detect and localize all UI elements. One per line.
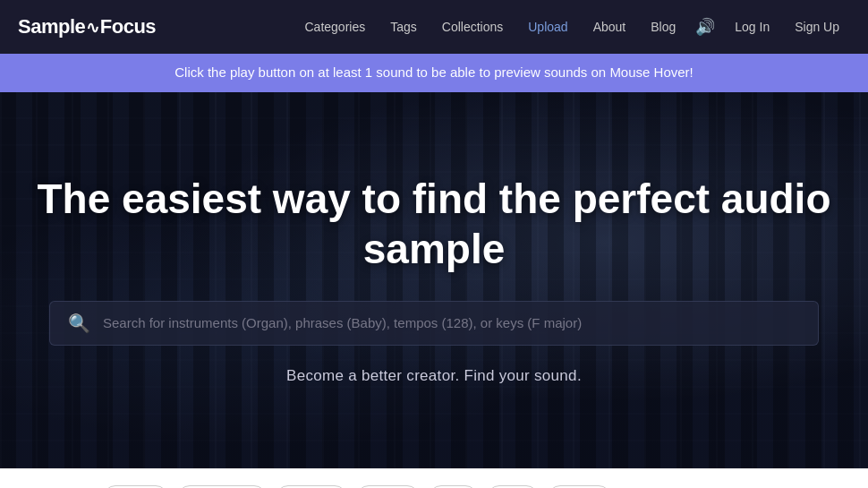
nav-links: Categories Tags Collections Upload About…	[294, 10, 850, 44]
search-icon: 🔍	[68, 312, 90, 334]
signup-link[interactable]: Sign Up	[784, 13, 850, 41]
nav-blog[interactable]: Blog	[640, 13, 686, 41]
notification-banner: Click the play button on at least 1 soun…	[0, 54, 868, 92]
genre-trap[interactable]: Trap	[487, 485, 539, 489]
logo-text: Sample∿Focus	[18, 15, 156, 39]
navbar: Sample∿Focus Categories Tags Collections…	[0, 0, 868, 54]
hero-title: The easiest way to find the perfect audi…	[36, 175, 832, 273]
hero-content: The easiest way to find the perfect audi…	[0, 175, 868, 384]
search-input[interactable]	[103, 315, 800, 330]
logo[interactable]: Sample∿Focus	[18, 15, 156, 39]
logo-wave-icon: ∿	[86, 18, 99, 38]
nav-tags[interactable]: Tags	[379, 13, 428, 41]
hero-title-line1: The easiest way to find the perfect audi…	[38, 176, 831, 222]
nav-upload[interactable]: Upload	[517, 13, 578, 41]
login-link[interactable]: Log In	[724, 13, 780, 41]
genre-hip-hop[interactable]: Hip Hop	[276, 485, 348, 489]
nav-categories[interactable]: Categories	[294, 13, 376, 41]
genre-house[interactable]: House	[356, 485, 419, 489]
banner-text: Click the play button on at least 1 soun…	[174, 64, 694, 80]
hero-section: The easiest way to find the perfect audi…	[0, 92, 868, 468]
hero-subtitle: Become a better creator. Find your sound…	[36, 367, 832, 385]
nav-collections[interactable]: Collections	[431, 13, 514, 41]
genre-drum-bass[interactable]: Drum Bass	[177, 485, 266, 489]
search-bar: 🔍	[49, 301, 819, 346]
genre-vocals[interactable]: Vocals	[548, 485, 611, 489]
logo-right: Focus	[100, 15, 156, 38]
genre-pop[interactable]: Pop	[429, 485, 478, 489]
genre-breaks[interactable]: Breaks	[103, 485, 169, 489]
hero-title-line2: sample	[363, 226, 506, 272]
sound-icon[interactable]: 🔊	[690, 10, 720, 44]
logo-left: Sample	[18, 15, 85, 38]
genres-bar: Top Genres Breaks Drum Bass Hip Hop Hous…	[0, 468, 868, 489]
nav-about[interactable]: About	[583, 13, 637, 41]
